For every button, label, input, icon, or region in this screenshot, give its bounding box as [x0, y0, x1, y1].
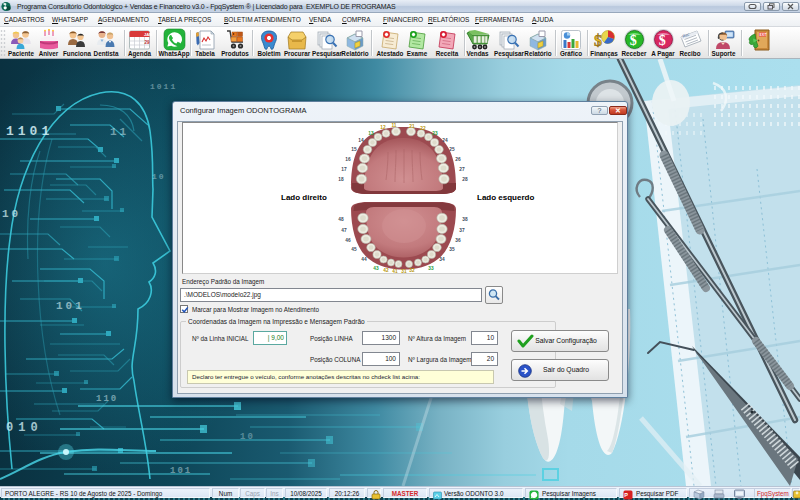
svg-text:110: 110	[96, 394, 118, 404]
svg-text:EXIT: EXIT	[760, 32, 767, 36]
svg-text:36: 36	[455, 238, 461, 243]
svg-text:101: 101	[170, 466, 192, 476]
svg-text:45: 45	[351, 247, 357, 252]
svg-text:35: 35	[449, 247, 455, 252]
svg-text:14: 14	[358, 138, 364, 143]
svg-text:10: 10	[240, 432, 255, 442]
svg-text:27: 27	[459, 167, 465, 172]
svg-text:11: 11	[110, 126, 129, 138]
svg-text:1101: 1101	[6, 124, 53, 139]
svg-text:13: 13	[368, 131, 374, 136]
svg-text:26: 26	[455, 157, 461, 162]
svg-text:47: 47	[341, 228, 347, 233]
svg-text:17: 17	[341, 167, 347, 172]
svg-text:18: 18	[338, 177, 344, 182]
svg-text:23: 23	[432, 131, 438, 136]
svg-text:22: 22	[420, 126, 426, 131]
svg-text:38: 38	[462, 217, 468, 222]
svg-text:10: 10	[152, 172, 166, 181]
svg-text:48: 48	[338, 217, 344, 222]
svg-text:$: $	[629, 33, 636, 48]
svg-text:P: P	[624, 492, 628, 498]
svg-text:32: 32	[409, 268, 415, 273]
svg-text:24: 24	[442, 138, 448, 143]
svg-text:31: 31	[401, 269, 407, 274]
svg-text:1011: 1011	[150, 82, 177, 91]
svg-text:28: 28	[462, 177, 468, 182]
svg-text:44: 44	[361, 257, 367, 262]
svg-text:33: 33	[428, 266, 434, 271]
svg-text:$: $	[658, 33, 665, 48]
svg-text:46: 46	[345, 238, 351, 243]
svg-text:34: 34	[439, 257, 445, 262]
svg-text:37: 37	[459, 228, 465, 233]
svg-text:11: 11	[391, 123, 396, 128]
svg-text:16: 16	[345, 157, 351, 162]
svg-text:101: 101	[56, 300, 85, 312]
svg-text:$: $	[594, 32, 602, 49]
svg-text:41: 41	[392, 269, 398, 274]
svg-text:25: 25	[449, 147, 455, 152]
svg-text:42: 42	[383, 268, 389, 273]
svg-text:10: 10	[2, 208, 21, 220]
svg-text:010: 010	[6, 421, 43, 435]
svg-text:43: 43	[373, 266, 379, 271]
svg-text:12: 12	[380, 125, 386, 130]
svg-text:15: 15	[351, 147, 357, 152]
svg-text:21: 21	[409, 124, 415, 129]
